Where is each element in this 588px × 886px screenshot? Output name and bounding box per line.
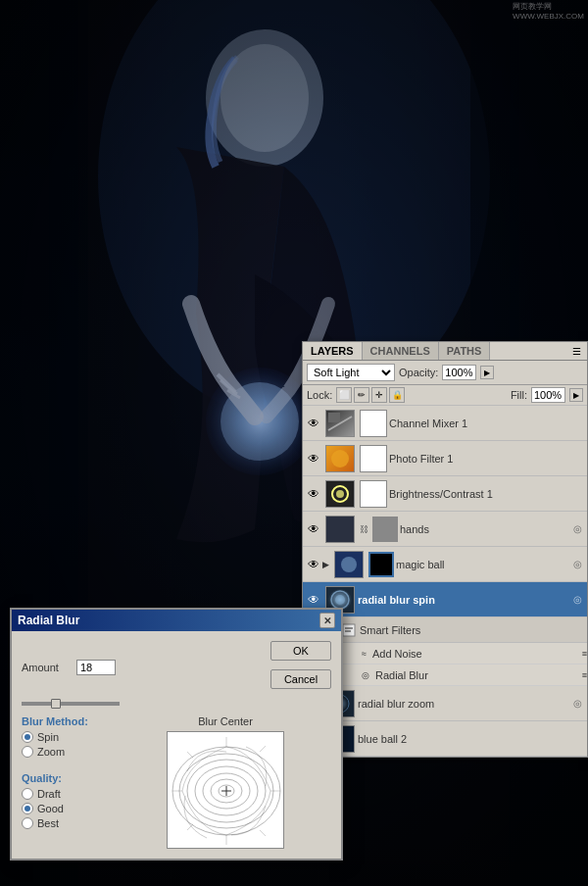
eye-channel-mixer[interactable]: 👁 (305, 415, 322, 432)
smart-filters-label: Smart Filters (360, 624, 420, 636)
amount-row: Amount OK Cancel (22, 641, 331, 694)
good-label: Good (37, 803, 64, 814)
opacity-label: Opacity: (399, 367, 438, 378)
layer-brightness-contrast[interactable]: 👁 Brightness/Contrast 1 (303, 476, 587, 512)
blend-mode-select[interactable]: Soft Light (307, 364, 395, 381)
lock-move-btn[interactable]: ✛ (371, 387, 387, 403)
radial-blur-dialog: Radial Blur ✕ Amount OK Cancel Blur Meth… (10, 608, 343, 861)
filter-radial-blur-label: Radial Blur (375, 669, 428, 681)
layer-radial-blur-zoom[interactable]: 👁 radial blur zoom ◎ (303, 686, 587, 721)
folder-arrow-magic-ball[interactable]: ▶ (322, 560, 329, 569)
amount-slider[interactable] (22, 702, 120, 706)
quality-label: Quality: (22, 772, 159, 784)
lock-all-btn[interactable]: 🔒 (389, 387, 405, 403)
magic-ball-icon-right: ◎ (570, 559, 585, 569)
thumb-channel-mixer (325, 410, 355, 437)
good-radio-row[interactable]: Good (22, 803, 159, 814)
eye-photo-filter[interactable]: 👁 (305, 450, 322, 468)
mask-magic-ball (368, 552, 394, 577)
layer-blue-ball-2[interactable]: 👁 blue ball 2 (303, 721, 587, 757)
spin-label: Spin (37, 731, 59, 743)
name-blue-ball-2: blue ball 2 (358, 733, 585, 745)
name-hands: hands (400, 523, 570, 535)
dialog-title: Radial Blur (18, 614, 79, 627)
name-brightness-contrast: Brightness/Contrast 1 (389, 488, 585, 500)
layers-list: 👁 Channel Mixer 1 👁 Photo Filter 1 👁 (303, 406, 587, 757)
fill-input[interactable] (531, 387, 565, 403)
lock-icons: ⬜ ✏ ✛ 🔒 (336, 387, 405, 403)
mask-channel-mixer (360, 410, 387, 437)
add-noise-blend-icon: ≡ (582, 649, 587, 659)
radial-blur-spin-icon-right: ◎ (570, 594, 585, 605)
filter-add-noise-label: Add Noise (372, 648, 422, 660)
zoom-label: Zoom (37, 746, 65, 758)
fill-label: Fill: (511, 389, 527, 401)
svg-point-18 (341, 557, 357, 572)
thumb-photo-filter (325, 445, 355, 472)
eye-magic-ball[interactable]: 👁 (305, 556, 322, 573)
tab-channels[interactable]: CHANNELS (363, 342, 439, 360)
svg-rect-21 (343, 624, 355, 636)
radial-blur-blend-icon: ≡ (582, 670, 587, 680)
watermark: 网页教学网 WWW.WEBJX.COM (513, 2, 584, 23)
hands-icon-right: ◎ (570, 523, 585, 534)
spin-radio[interactable] (22, 731, 33, 743)
layer-magic-ball[interactable]: 👁 ▶ magic ball ◎ (303, 547, 587, 582)
layer-photo-filter[interactable]: 👁 Photo Filter 1 (303, 441, 587, 476)
smart-filters-header: Smart Filters (303, 617, 587, 643)
layer-channel-mixer[interactable]: 👁 Channel Mixer 1 (303, 406, 587, 441)
thumb-magic-ball (334, 551, 364, 578)
best-label: Best (37, 817, 59, 829)
lock-transparent-btn[interactable]: ⬜ (336, 387, 352, 403)
draft-radio-row[interactable]: Draft (22, 788, 159, 800)
svg-point-13 (331, 450, 349, 468)
opacity-arrow[interactable]: ▶ (480, 366, 494, 379)
name-channel-mixer: Channel Mixer 1 (389, 418, 585, 429)
fill-arrow[interactable]: ▶ (569, 388, 583, 402)
best-radio-row[interactable]: Best (22, 817, 159, 829)
svg-rect-16 (326, 517, 354, 542)
best-radio[interactable] (22, 817, 33, 829)
name-photo-filter: Photo Filter 1 (389, 453, 585, 465)
ok-button[interactable]: OK (270, 641, 331, 661)
layer-radial-blur-spin[interactable]: 👁 radial blur spin ◎ (303, 582, 587, 617)
blur-center-container: Blur Center (167, 715, 284, 849)
amount-slider-row (22, 702, 331, 706)
dialog-close-button[interactable]: ✕ (319, 613, 335, 628)
zoom-radio-row[interactable]: Zoom (22, 746, 159, 758)
eye-radial-blur-spin[interactable]: 👁 (305, 591, 322, 609)
panel-menu-icon[interactable]: ☰ (566, 343, 587, 360)
lock-fill-row: Lock: ⬜ ✏ ✛ 🔒 Fill: ▶ (303, 385, 587, 406)
good-radio[interactable] (22, 803, 33, 814)
blur-center-canvas[interactable] (167, 731, 284, 849)
name-radial-blur-zoom: radial blur zoom (358, 698, 570, 710)
eye-hands[interactable]: 👁 (305, 520, 322, 538)
filter-add-noise[interactable]: ≈ Add Noise ≡ (303, 643, 587, 664)
draft-radio[interactable] (22, 788, 33, 800)
mask-hands (372, 517, 398, 542)
panel-tabs: LAYERS CHANNELS PATHS ☰ (303, 342, 587, 361)
cancel-button[interactable]: Cancel (270, 669, 331, 689)
mask-brightness-contrast (360, 480, 387, 508)
blur-center-label: Blur Center (167, 715, 284, 727)
add-noise-icon: ≈ (362, 649, 367, 659)
dialog-titlebar: Radial Blur ✕ (12, 610, 341, 631)
spin-radio-row[interactable]: Spin (22, 731, 159, 743)
tab-layers[interactable]: LAYERS (303, 342, 363, 360)
tab-paths[interactable]: PATHS (439, 342, 491, 360)
eye-brightness-contrast[interactable]: 👁 (305, 485, 322, 503)
lock-label: Lock: (307, 389, 332, 401)
name-magic-ball: magic ball (396, 559, 570, 570)
mask-photo-filter (360, 445, 387, 472)
blend-opacity-row: Soft Light Opacity: ▶ (303, 361, 587, 385)
amount-input[interactable] (76, 660, 116, 675)
opacity-input[interactable] (442, 365, 476, 380)
zoom-radio[interactable] (22, 746, 33, 758)
radial-blur-zoom-icon-right: ◎ (570, 698, 585, 709)
radial-blur-icon: ◎ (362, 670, 369, 680)
layer-hands[interactable]: 👁 ⛓ hands ◎ (303, 512, 587, 547)
draft-label: Draft (37, 788, 61, 800)
filter-radial-blur[interactable]: ◎ Radial Blur ≡ (303, 664, 587, 686)
lock-paint-btn[interactable]: ✏ (354, 387, 369, 403)
chain-hands: ⛓ (360, 524, 368, 534)
